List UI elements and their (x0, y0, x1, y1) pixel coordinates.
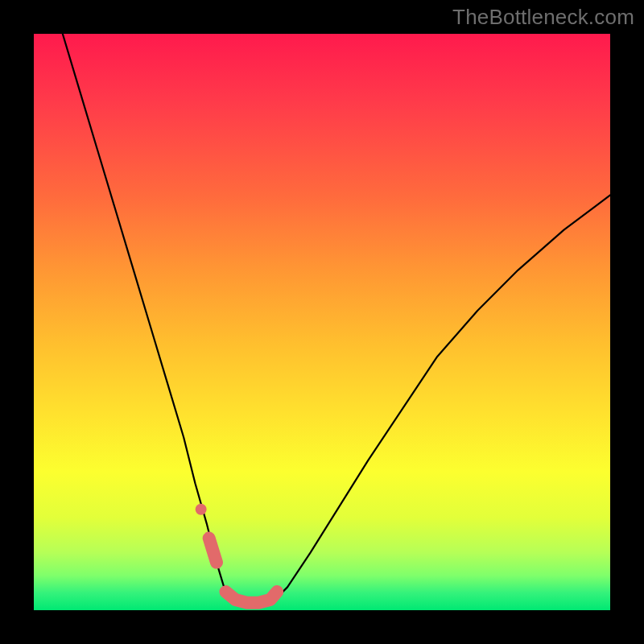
series-salmon-overlay-left-tick (209, 539, 217, 563)
watermark-text: TheBottleneck.com (452, 5, 634, 30)
series-curve-left-branch (63, 34, 231, 601)
series-curve-right-branch (273, 195, 610, 601)
plot-area (34, 34, 610, 610)
series-salmon-overlay-left-dot (196, 504, 207, 515)
series-group (63, 34, 610, 605)
curve-svg (34, 34, 610, 610)
chart-frame: TheBottleneck.com (0, 0, 644, 644)
series-salmon-overlay-floor (225, 592, 277, 603)
